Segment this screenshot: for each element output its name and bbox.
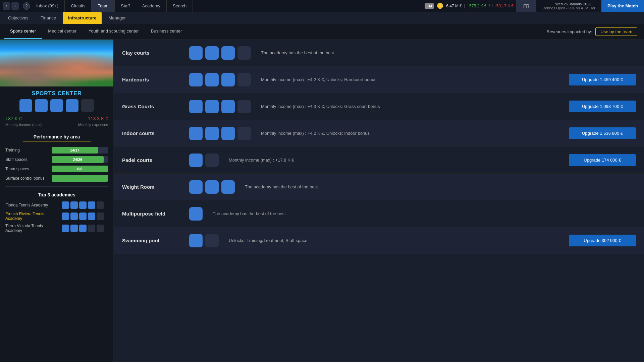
dot (79, 225, 87, 232)
fac-dot (205, 73, 219, 86)
income-label: Monthly income (max) (5, 123, 42, 127)
nav-infrastructure[interactable]: Infrastructure (63, 12, 102, 24)
dot (70, 201, 78, 209)
hardcourts-upgrade-button[interactable]: Upgrade 1 459 400 € (569, 74, 636, 85)
perf-surface-fill (52, 175, 108, 182)
perf-training-bar: 14/17 (52, 147, 108, 154)
nav-arrows: ‹ › (0, 2, 21, 10)
level-dot-3 (50, 99, 63, 112)
nav-team[interactable]: Team (92, 0, 115, 12)
tab-medical-center[interactable]: Medical center (42, 24, 83, 39)
fac-dot (205, 127, 219, 140)
fac-dot (237, 100, 251, 113)
nav-circuits[interactable]: Circuits (65, 0, 92, 12)
fac-dot (189, 207, 203, 221)
dot (88, 213, 95, 220)
level-dot-1 (19, 99, 32, 112)
facility-multipurpose: Multipurpose field The academy has the b… (114, 200, 644, 227)
dot (70, 213, 78, 220)
grass-courts-name: Grass Courts (122, 104, 189, 109)
top-navigation: ‹ › ? Inbox (99+) Circuits Team Staff Ac… (0, 0, 644, 12)
perf-surface: Surface control bonus (0, 174, 113, 183)
expenses-label: Monthly expenses (78, 123, 108, 127)
multipurpose-desc: The academy has the best of the best. (213, 211, 636, 216)
monthly-income-value: +87 K € (5, 116, 22, 121)
fac-dot (221, 127, 235, 140)
grass-courts-upgrade-button[interactable]: Upgrade 1 093 700 € (569, 101, 636, 112)
fac-dot (189, 73, 203, 86)
perf-staff-fill: 24/26 (52, 156, 104, 163)
grass-courts-levels (189, 100, 251, 113)
dot (88, 225, 95, 232)
fac-dot (189, 127, 203, 140)
swimming-pool-upgrade-button[interactable]: Upgrade 302 900 € (569, 235, 636, 246)
indoor-courts-name: Indoor courts (122, 130, 189, 136)
club-logo: FR (516, 0, 536, 12)
indoor-courts-desc: Monthly income (max) : +4.2 K €, Unlocks… (261, 131, 569, 136)
sports-center-title: SPORTS CENTER (0, 86, 113, 99)
nav-staff[interactable]: Staff (115, 0, 136, 12)
nav-manager[interactable]: Manager (103, 12, 131, 24)
perf-team: Team spaces 8/8 (0, 164, 113, 174)
indoor-courts-upgrade-button[interactable]: Upgrade 1 636 800 € (569, 127, 636, 139)
facility-weight-room: Weight Room The academy has the best of … (114, 174, 644, 200)
swimming-pool-levels (189, 234, 219, 247)
level-dot-4 (66, 99, 78, 112)
dot (79, 213, 87, 220)
facility-clay-courts: Clay courts The academy has the best of … (114, 40, 644, 66)
nav-objectives[interactable]: Objectives (3, 12, 34, 24)
multipurpose-levels (189, 207, 203, 221)
perf-section-title: Performance by area (0, 131, 113, 141)
tab-business-center[interactable]: Business center (145, 24, 188, 39)
dot (97, 213, 104, 220)
academy-tierra-dots (62, 225, 104, 232)
grass-courts-desc: Monthly income (max) : +4.3 K €, Unlocks… (261, 104, 569, 109)
nav-finance[interactable]: Finance (35, 12, 61, 24)
level-dot-2 (35, 99, 48, 112)
tab-sports-center[interactable]: Sports center (4, 24, 42, 39)
dot (97, 201, 104, 209)
padel-courts-upgrade-button[interactable]: Upgrade 174 000 € (569, 154, 636, 166)
monthly-expenses-value: -113.3 K € (86, 116, 108, 121)
main-nav-items: Inbox (99+) Circuits Team Staff Academy … (30, 0, 193, 12)
back-arrow[interactable]: ‹ (3, 2, 10, 10)
academy-florida: Florida Tennis Academy (0, 200, 113, 210)
facility-swimming-pool: Swimming pool Unlocks: Training/Treatmen… (114, 227, 644, 254)
facility-hardcourts: Hardcourts Monthly income (max) : +4.2 K… (114, 66, 644, 93)
fac-dot (237, 46, 251, 60)
fac-dot (189, 46, 203, 60)
currency-info: 6.47 M € | +575.2 K € € / -501.7 K € (446, 4, 514, 8)
academy-florida-name: Florida Tennis Academy (5, 203, 59, 207)
divider (5, 186, 108, 187)
use-by-team-button[interactable]: Use by the team (595, 27, 637, 36)
revenues-area: Revenues impacted by: Use by the team (546, 27, 644, 36)
perf-training-label: Training (5, 148, 49, 153)
clay-courts-name: Clay courts (122, 50, 189, 56)
facility-indoor-courts: Indoor courts Monthly income (max) : +4.… (114, 120, 644, 147)
forward-arrow[interactable]: › (11, 2, 19, 10)
main-content: SPORTS CENTER +87 K € -113.3 K € Monthly… (0, 40, 644, 362)
nav-search[interactable]: Search (167, 0, 193, 12)
help-icon[interactable]: ? (23, 2, 30, 10)
fac-dot (205, 100, 219, 113)
padel-courts-desc: Monthly income (max) : +17.8 K € (229, 158, 569, 163)
multipurpose-name: Multipurpose field (122, 211, 189, 217)
hardcourts-name: Hardcourts (122, 77, 189, 82)
tabs-bar: Sports center Medical center Youth and s… (0, 24, 644, 40)
fac-dot (205, 154, 219, 167)
facility-image (0, 40, 113, 86)
perf-training-fill: 14/17 (52, 147, 98, 154)
revenues-label: Revenues impacted by: (546, 29, 592, 34)
nav-academy[interactable]: Academy (136, 0, 167, 12)
swimming-pool-name: Swimming pool (122, 238, 189, 243)
income-labels-row: Monthly income (max) Monthly expenses (0, 123, 113, 131)
top-right-area: TM 🪙 6.47 M € | +575.2 K € € / -501.7 K … (425, 0, 644, 12)
perf-team-bar: 8/8 (52, 166, 108, 172)
dot (62, 201, 69, 209)
dot (88, 201, 95, 209)
nav-inbox[interactable]: Inbox (99+) (30, 0, 65, 12)
play-match-button[interactable]: Play the Match (601, 0, 644, 12)
coin-icon: 🪙 (437, 3, 443, 9)
tab-youth-scouting[interactable]: Youth and scouting center (83, 24, 145, 39)
weight-room-levels (189, 180, 235, 194)
